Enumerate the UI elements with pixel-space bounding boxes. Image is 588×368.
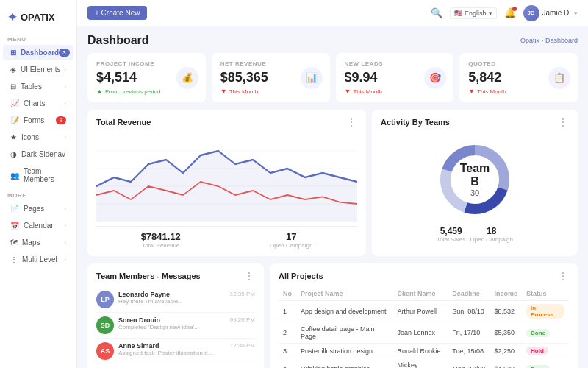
message-content: Anne Simard Assigned task 'Poster illust…	[118, 342, 226, 356]
team-name: Team B	[455, 162, 495, 188]
avatar: AS	[96, 342, 114, 360]
stat-change-text: From previous period	[105, 88, 161, 95]
page-title: Dashboard	[87, 34, 149, 47]
forms-icon: 📝	[10, 116, 19, 124]
cell-client: Mickey Cochran	[393, 358, 448, 369]
stat-change: This Month	[468, 88, 569, 95]
sidebar-label-calendar: Calendar	[24, 222, 54, 230]
avatar: LP	[96, 291, 114, 308]
teams-campaign-label: Open Campaign	[470, 236, 513, 243]
sidebar-item-maps[interactable]: 🗺 Maps ›	[3, 235, 74, 250]
chart-footer: $7841.12 Total Revenue 17 Open Campaign	[96, 226, 357, 249]
flag-icon: 🇺🇸	[454, 10, 462, 17]
topbar: + Create New 🔍 🇺🇸 English ▾ 🔔 JD Jamie D…	[77, 0, 588, 26]
create-new-button[interactable]: + Create New	[87, 6, 147, 20]
cell-project: Poster illustration design	[296, 344, 393, 358]
cell-income: $8,532	[490, 301, 523, 322]
campaign-value: 17	[270, 231, 312, 242]
up-arrow-icon	[96, 88, 103, 95]
total-sales-label: Total Sales	[437, 236, 465, 243]
list-item: NC Nicolas Chartier Completed 'Drinking …	[96, 364, 255, 368]
team-messages-card: Team Members - Messages ⋮ LP Leonardo Pa…	[87, 263, 264, 368]
cell-status: Done	[522, 358, 569, 369]
cell-deadline: Tue, 15/08	[448, 344, 490, 358]
cell-status: In Process	[522, 301, 569, 322]
sidebar-item-tables[interactable]: ⊟ Tables ›	[3, 79, 74, 94]
cell-no: 1	[279, 301, 296, 322]
breadcrumb-root: Opatix	[520, 37, 539, 44]
total-sales-stat: 5,459 Total Sales	[437, 226, 465, 243]
table-column-header: Income	[490, 287, 523, 301]
stat-label: NET REVENUE	[220, 60, 321, 67]
sidebar-item-pages[interactable]: 📄 Pages ›	[3, 201, 74, 216]
bottom-row: Team Members - Messages ⋮ LP Leonardo Pa…	[87, 263, 578, 368]
chevron-down-icon: ▾	[574, 10, 578, 17]
table-column-header: Status	[522, 287, 569, 301]
more-section-label: MORE	[0, 188, 76, 200]
search-button[interactable]: 🔍	[431, 7, 442, 18]
pages-icon: 📄	[10, 205, 19, 213]
status-badge: Done	[526, 365, 550, 369]
card-header: Activity By Teams ⋮	[381, 117, 569, 127]
stat-change: From previous period	[96, 88, 197, 95]
all-projects-card: All Projects ⋮ NoProject NameClient Name…	[270, 263, 578, 368]
table-column-header: Client Name	[393, 287, 448, 301]
teams-campaign-stat: 18 Open Campaign	[470, 226, 513, 243]
sidebar-item-charts[interactable]: 📈 Charts ›	[3, 96, 74, 111]
team-icon: 👥	[10, 171, 19, 180]
stat-icon: 📊	[301, 67, 323, 89]
stat-label: NEW LEADS	[345, 60, 445, 67]
sidebar-item-ui-elements[interactable]: ◈ UI Elements ›	[3, 62, 74, 77]
chevron-icon: ›	[64, 83, 66, 90]
stat-icon: 💰	[176, 67, 198, 89]
cell-income: $5,350	[490, 322, 523, 344]
sidebar-item-calendar[interactable]: 📅 Calendar ›	[3, 218, 74, 233]
list-item: LP Leonardo Payne Hey there I'm availabl…	[96, 287, 255, 313]
card-options-button[interactable]: ⋮	[346, 117, 357, 127]
notifications-button[interactable]: 🔔	[504, 7, 516, 18]
language-selector[interactable]: 🇺🇸 English ▾	[450, 7, 497, 19]
breadcrumb: Opatix › Dashboard	[520, 37, 578, 44]
sidebar-label-multi: Multi Level	[22, 255, 57, 263]
sidebar-item-forms[interactable]: 📝 Forms 8	[3, 113, 74, 128]
message-time: 09:20 PM	[230, 316, 255, 323]
avatar: SD	[96, 316, 114, 334]
messages-title: Team Members - Messages	[96, 272, 201, 280]
stat-card-quoted: QUOTED 5,842 This Month 📋	[459, 53, 578, 102]
stat-change-text: This Month	[229, 88, 259, 95]
stat-card-project-income: PROJECT INCOME $4,514 From previous peri…	[87, 53, 206, 102]
card-options-button[interactable]: ⋮	[558, 271, 569, 281]
dashboard-badge: 3	[59, 49, 69, 57]
ui-icon: ◈	[10, 66, 16, 74]
member-name: Leonardo Payne	[118, 291, 226, 298]
breadcrumb-current: Dashboard	[545, 37, 578, 44]
total-sales-value: 5,459	[437, 226, 465, 236]
donut-chart: Team B 30	[434, 139, 515, 220]
donut-center-label: Team B 30	[455, 162, 495, 197]
sidebar-label-maps: Maps	[22, 238, 40, 247]
stat-icon: 🎯	[424, 67, 446, 89]
sidebar-item-icons[interactable]: ★ Icons ›	[3, 130, 74, 145]
cell-no: 4	[279, 358, 296, 369]
teams-card-title: Activity By Teams	[381, 118, 450, 127]
sidebar-label-pages: Pages	[24, 205, 44, 213]
card-options-button[interactable]: ⋮	[244, 271, 255, 281]
sidebar-item-dashboard[interactable]: ⊞ Dashboard 3	[3, 45, 74, 60]
sidebar-item-team-members[interactable]: 👥 Team Members	[3, 163, 74, 187]
chevron-icon: ›	[64, 205, 66, 212]
cell-project: Drinking bottle graphics	[296, 358, 393, 369]
sidebar-label-charts: Charts	[24, 99, 45, 107]
down-arrow-icon	[345, 88, 351, 95]
multilevel-icon: ⋮	[10, 255, 18, 263]
list-item: AS Anne Simard Assigned task 'Poster ill…	[96, 339, 255, 364]
member-name: Anne Simard	[118, 342, 226, 350]
card-options-button[interactable]: ⋮	[558, 117, 569, 127]
sidebar-item-multi-level[interactable]: ⋮ Multi Level ›	[3, 252, 74, 267]
projects-table: NoProject NameClient NameDeadlineIncomeS…	[279, 287, 569, 368]
total-revenue-stat: $7841.12 Total Revenue	[141, 231, 181, 249]
sidebar-item-dark-sidenav[interactable]: ◑ Dark Sidenav	[3, 146, 74, 162]
chevron-down-icon: ▾	[489, 10, 492, 17]
user-menu-button[interactable]: JD Jamie D. ▾	[523, 5, 578, 21]
cell-income: $2,250	[490, 344, 523, 358]
message-time: 12:35 PM	[230, 291, 255, 297]
